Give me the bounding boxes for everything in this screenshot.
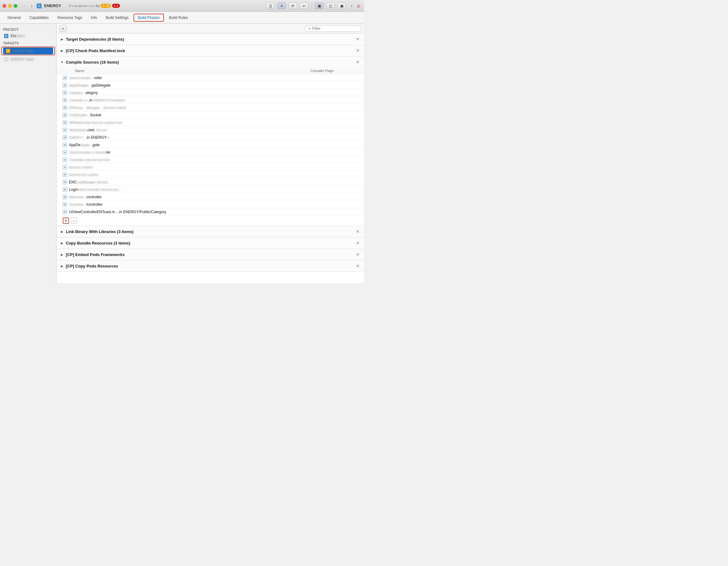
project-icon: E (37, 3, 42, 8)
tab-build-settings[interactable]: Build Settings (102, 14, 132, 21)
debug-btn[interactable]: ◫ (326, 2, 335, 9)
phase-toggle-embed-pods: ▶ (60, 253, 64, 256)
project-label: ENERGY (11, 34, 25, 38)
phase-check-pods-header[interactable]: ▶ [CP] Check Pods Manifest.lock ✕ (57, 45, 364, 56)
target-tests-label: ENERGY Tests (11, 57, 34, 61)
source-row-12[interactable]: ■ Controllers blurred text lers (57, 156, 364, 164)
source-row-14[interactable]: m blurred text content (57, 171, 364, 179)
phase-close-check-pods[interactable]: ✕ (355, 48, 360, 53)
source-row-9[interactable]: m ENERGY....in ENERGYm (57, 134, 364, 141)
phase-toggle-target-dependencies: ▶ (60, 37, 64, 41)
tab-build-phases[interactable]: Build Phases (134, 14, 164, 22)
col-header-name: Name (75, 69, 311, 73)
phase-close-embed-pods[interactable]: ✕ (355, 252, 360, 257)
source-name-17: MainView...controller (69, 195, 311, 199)
phase-copy-pods-header[interactable]: ▶ [CP] Copy Pods Resources ✕ (57, 261, 364, 272)
sidebar-item-project[interactable]: E ENERGY (1, 33, 55, 39)
source-icon-7: m (63, 120, 67, 125)
source-icon-11: ■ (63, 150, 67, 155)
traffic-lights (2, 4, 17, 8)
sidebar-item-target-main[interactable]: ⚙ ENERGY App (3, 48, 53, 54)
phase-close-copy-pods[interactable]: ✕ (355, 264, 360, 269)
col-header-flags: Compiler Flags (311, 69, 360, 73)
source-icon-12: ■ (63, 158, 67, 162)
phase-check-pods: ▶ [CP] Check Pods Manifest.lock ✕ (57, 45, 364, 57)
phase-embed-pods-header[interactable]: ▶ [CP] Embed Pods Frameworks ✕ (57, 249, 364, 260)
forward-arrow[interactable]: › (29, 3, 35, 9)
phase-title-copy-bundle: Copy Bundle Resources (3 items) (66, 241, 355, 246)
fullscreen-button[interactable] (14, 4, 17, 8)
phase-link-binary: ▶ Link Binary With Libraries (3 items) ✕ (57, 226, 364, 238)
source-row-7[interactable]: m SRWebSocket blurred content here (57, 119, 364, 126)
assistant-btn[interactable]: ⟳ (289, 2, 297, 9)
sidebar-item-target-tests[interactable]: ENERGY Tests (1, 56, 55, 63)
source-row-11[interactable]: ■ ViewController.m blurredler (57, 149, 364, 156)
back-arrow[interactable]: ‹ (22, 3, 28, 9)
source-row-8[interactable]: m WebSocket.cket. blurred (57, 126, 364, 134)
source-name-1: ViewController...roller (69, 76, 311, 80)
navigator-btn[interactable]: ▣ (315, 2, 324, 9)
minimize-button[interactable] (8, 4, 12, 8)
source-row-17[interactable]: m MainView...controller (57, 193, 364, 201)
source-row-19[interactable]: m UIViewControllerENToast.m ...in ENERGY… (57, 208, 364, 216)
nav-prev[interactable]: ‹ (348, 3, 355, 9)
phase-close-target-dependencies[interactable]: ✕ (355, 37, 360, 42)
tab-general[interactable]: General (4, 14, 25, 21)
tab-info[interactable]: Info (87, 14, 101, 21)
source-row-10[interactable]: m AppDelegate...gate (57, 141, 364, 149)
phase-close-copy-bundle[interactable]: ✕ (355, 241, 360, 246)
phase-title-compile-sources: Compile Sources (19 items) (66, 60, 355, 65)
source-name-4: Controller.m .in ENERGY/Controllers (69, 98, 311, 102)
version-btn[interactable]: ↩ (300, 2, 308, 9)
phase-embed-pods: ▶ [CP] Embed Pods Frameworks ✕ (57, 249, 364, 261)
add-source-button[interactable]: + (63, 218, 69, 224)
filter-input[interactable] (312, 26, 356, 31)
phase-copy-pods: ▶ [CP] Copy Pods Resources ✕ (57, 261, 364, 272)
source-name-6: ZXQReader...Socket (69, 113, 311, 117)
source-row-6[interactable]: m ZXQReader...Socket (57, 111, 364, 119)
phase-target-dependencies-header[interactable]: ▶ Target Dependencies (0 items) ✕ (57, 34, 364, 45)
standard-editor-btn[interactable]: ≡ (277, 2, 286, 9)
source-row-5[interactable]: m ENParse... Manager... blurred content (57, 104, 364, 111)
source-icon-1: m (63, 76, 67, 80)
tab-resource-tags[interactable]: Resource Tags (54, 14, 86, 21)
phase-close-compile-sources[interactable]: ✕ (355, 60, 360, 65)
source-icon-8: m (63, 128, 67, 132)
source-name-9: ENERGY....in ENERGYm (69, 135, 311, 140)
close-button[interactable] (2, 4, 6, 8)
source-row-18[interactable]: m RootView.../controller (57, 201, 364, 208)
tab-build-rules[interactable]: Build Rules (165, 14, 192, 21)
source-row-13[interactable]: ■ blurred content r (57, 164, 364, 171)
main-layout: PROJECT E ENERGY TARGETS ⚙ ENERGY App EN… (0, 24, 364, 283)
code-editor-btn[interactable]: {} (266, 2, 275, 9)
phase-link-binary-header[interactable]: ▶ Link Binary With Libraries (3 items) ✕ (57, 226, 364, 237)
source-icon-19: m (63, 210, 67, 214)
remove-source-button[interactable]: – (71, 218, 77, 224)
source-icon-17: m (63, 195, 67, 199)
filter-icon: ⊙ (308, 26, 311, 31)
phase-copy-bundle: ▶ Copy Bundle Resources (3 items) ✕ (57, 238, 364, 249)
warning-badge: ⚠ 12 (101, 4, 111, 8)
source-add-remove-row: + – (57, 216, 364, 226)
source-row-2[interactable]: m AppDelegate...ppDelegate (57, 82, 364, 89)
source-icon-5: m (63, 106, 67, 110)
source-row-4[interactable]: m Controller.m .in ENERGY/Controllers (57, 97, 364, 104)
phase-compile-sources: ▼ Compile Sources (19 items) ✕ Name Comp… (57, 57, 364, 226)
nav-issue[interactable]: ⚠ (355, 3, 362, 9)
content-toolbar: + ⊙ (57, 24, 364, 34)
sidebar: PROJECT E ENERGY TARGETS ⚙ ENERGY App EN… (0, 24, 57, 283)
source-icon-9: m (63, 135, 67, 140)
utilities-btn[interactable]: ▣ (337, 2, 346, 9)
source-row-1[interactable]: m ViewController...roller (57, 74, 364, 82)
phase-copy-bundle-header[interactable]: ▶ Copy Bundle Resources (3 items) ✕ (57, 238, 364, 249)
add-phase-button[interactable]: + (60, 25, 66, 32)
source-icon-13: ■ (63, 165, 67, 170)
source-row-15[interactable]: m ENCryptManager blurred... (57, 179, 364, 186)
source-row-16[interactable]: m LoginViewController blurred text... (57, 186, 364, 193)
phase-close-link-binary[interactable]: ✕ (355, 229, 360, 234)
source-name-18: RootView.../controller (69, 202, 311, 207)
tab-capabilities[interactable]: Capabilities (26, 14, 52, 21)
phase-toggle-copy-pods: ▶ (60, 264, 64, 268)
source-row-3[interactable]: m Category...ategory (57, 89, 364, 97)
phase-compile-sources-header[interactable]: ▼ Compile Sources (19 items) ✕ (57, 57, 364, 68)
